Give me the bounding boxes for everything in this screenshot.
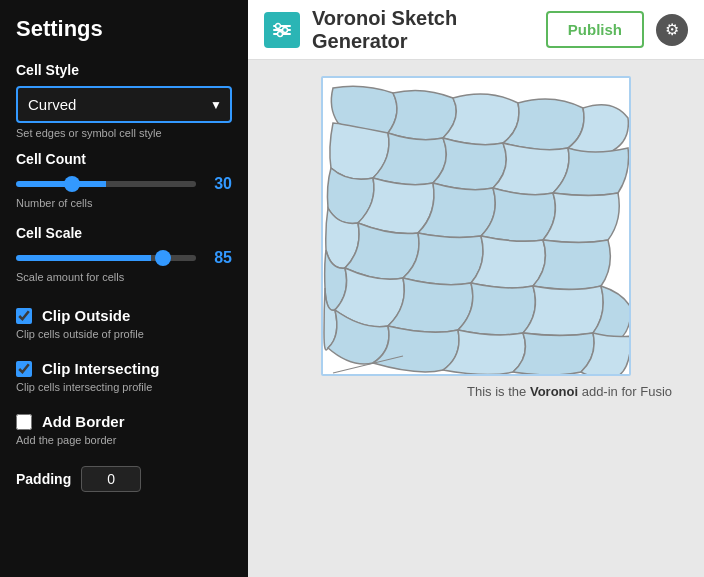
cell-style-label: Cell Style [16, 62, 232, 78]
cell-scale-label: Cell Scale [16, 225, 232, 241]
add-border-hint: Add the page border [16, 434, 232, 446]
cell-style-hint: Set edges or symbol cell style [16, 127, 232, 139]
voronoi-preview [321, 76, 631, 376]
padding-input[interactable] [81, 466, 141, 492]
app-icon [264, 12, 300, 48]
clip-outside-checkbox[interactable] [16, 308, 32, 324]
cell-count-slider-row: 30 [16, 175, 232, 193]
header-title: Voronoi Sketch Generator [312, 7, 534, 53]
clip-intersecting-hint: Clip cells intersecting profile [16, 381, 232, 393]
sidebar: Settings Cell Style Curved Straight Symb… [0, 0, 248, 577]
cell-count-section: Cell Count 30 Number of cells [16, 151, 232, 221]
clip-outside-hint: Clip cells outside of profile [16, 328, 232, 340]
clip-intersecting-row: Clip Intersecting [16, 360, 232, 377]
canvas-area: This is the Voronoi add-in for Fusio [248, 60, 704, 577]
clip-intersecting-label: Clip Intersecting [42, 360, 160, 377]
voronoi-svg [323, 78, 631, 376]
add-border-row: Add Border [16, 413, 232, 430]
footer-brand: Voronoi [530, 384, 578, 399]
settings-icon [271, 19, 293, 41]
add-border-label: Add Border [42, 413, 125, 430]
sidebar-title: Settings [16, 16, 232, 42]
publish-button[interactable]: Publish [546, 11, 644, 48]
clip-intersecting-checkbox[interactable] [16, 361, 32, 377]
cell-count-slider[interactable] [16, 181, 196, 187]
padding-row: Padding [16, 466, 232, 492]
svg-point-3 [276, 23, 281, 28]
svg-point-5 [278, 31, 283, 36]
cell-count-label: Cell Count [16, 151, 232, 167]
header: Voronoi Sketch Generator Publish ⚙ [248, 0, 704, 60]
footer-text: This is the Voronoi add-in for Fusio [264, 376, 688, 407]
cell-scale-section: Cell Scale 85 Scale amount for cells [16, 225, 232, 295]
cell-style-select[interactable]: Curved Straight Symbol [16, 86, 232, 123]
clip-outside-label: Clip Outside [42, 307, 130, 324]
footer-suffix: add-in for Fusio [578, 384, 672, 399]
cell-scale-slider[interactable] [16, 255, 196, 261]
gear-icon[interactable]: ⚙ [656, 14, 688, 46]
cell-scale-value: 85 [204, 249, 232, 267]
cell-count-value: 30 [204, 175, 232, 193]
add-border-checkbox[interactable] [16, 414, 32, 430]
cell-count-hint: Number of cells [16, 197, 232, 209]
clip-outside-row: Clip Outside [16, 307, 232, 324]
padding-label: Padding [16, 471, 71, 487]
footer-prefix: This is the [467, 384, 530, 399]
main-content: Voronoi Sketch Generator Publish ⚙ [248, 0, 704, 577]
svg-point-4 [283, 27, 288, 32]
cell-scale-slider-row: 85 [16, 249, 232, 267]
cell-style-dropdown-wrapper: Curved Straight Symbol ▼ [16, 86, 232, 123]
cell-scale-hint: Scale amount for cells [16, 271, 232, 283]
